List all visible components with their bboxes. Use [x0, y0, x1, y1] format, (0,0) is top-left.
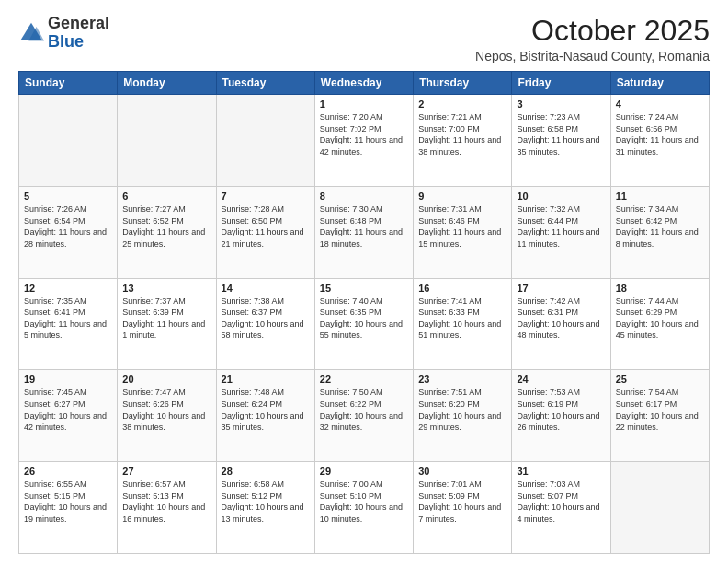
header-monday: Monday [118, 72, 216, 95]
day-number: 19 [24, 373, 112, 385]
day-info: Sunrise: 6:57 AMSunset: 5:13 PMDaylight:… [122, 478, 210, 524]
day-info: Sunrise: 7:47 AMSunset: 6:26 PMDaylight:… [122, 386, 210, 432]
table-row: 10Sunrise: 7:32 AMSunset: 6:44 PMDayligh… [512, 186, 610, 278]
day-number: 16 [418, 282, 506, 293]
table-row: 18Sunrise: 7:44 AMSunset: 6:29 PMDayligh… [610, 278, 709, 370]
day-number: 20 [122, 373, 210, 385]
logo: General Blue [18, 15, 109, 52]
header-wednesday: Wednesday [314, 72, 413, 95]
header-tuesday: Tuesday [216, 72, 314, 95]
day-number: 9 [418, 190, 506, 201]
day-info: Sunrise: 7:34 AMSunset: 6:42 PMDaylight:… [616, 203, 704, 249]
logo-icon [18, 20, 44, 46]
table-row: 15Sunrise: 7:40 AMSunset: 6:35 PMDayligh… [314, 278, 413, 370]
table-row: 22Sunrise: 7:50 AMSunset: 6:22 PMDayligh… [314, 370, 413, 462]
day-number: 12 [24, 282, 112, 293]
day-number: 27 [122, 465, 210, 477]
day-info: Sunrise: 7:01 AMSunset: 5:09 PMDaylight:… [418, 478, 506, 524]
day-info: Sunrise: 6:58 AMSunset: 5:12 PMDaylight:… [222, 478, 310, 524]
logo-general: General [48, 15, 109, 33]
day-number: 10 [517, 190, 605, 201]
table-row: 5Sunrise: 7:26 AMSunset: 6:54 PMDaylight… [19, 186, 118, 278]
day-number: 8 [320, 190, 408, 201]
table-row: 23Sunrise: 7:51 AMSunset: 6:20 PMDayligh… [414, 370, 512, 462]
day-number: 18 [616, 282, 704, 293]
table-row: 1Sunrise: 7:20 AMSunset: 7:02 PMDaylight… [314, 95, 413, 187]
table-row: 11Sunrise: 7:34 AMSunset: 6:42 PMDayligh… [610, 186, 709, 278]
day-number: 30 [418, 465, 506, 477]
logo-text: General Blue [48, 15, 109, 52]
day-header-row: Sunday Monday Tuesday Wednesday Thursday… [19, 72, 710, 95]
day-info: Sunrise: 7:24 AMSunset: 6:56 PMDaylight:… [616, 111, 704, 157]
table-row [118, 95, 216, 187]
day-number: 14 [222, 282, 310, 293]
day-number: 7 [222, 190, 310, 201]
table-row: 28Sunrise: 6:58 AMSunset: 5:12 PMDayligh… [216, 462, 314, 554]
table-row: 14Sunrise: 7:38 AMSunset: 6:37 PMDayligh… [216, 278, 314, 370]
day-number: 17 [517, 282, 605, 293]
header-thursday: Thursday [414, 72, 512, 95]
day-number: 22 [320, 373, 408, 385]
day-number: 21 [222, 373, 310, 385]
table-row: 20Sunrise: 7:47 AMSunset: 6:26 PMDayligh… [118, 370, 216, 462]
day-info: Sunrise: 7:03 AMSunset: 5:07 PMDaylight:… [517, 478, 605, 524]
table-row: 13Sunrise: 7:37 AMSunset: 6:39 PMDayligh… [118, 278, 216, 370]
day-info: Sunrise: 7:32 AMSunset: 6:44 PMDaylight:… [517, 203, 605, 249]
day-number: 11 [616, 190, 704, 201]
table-row: 30Sunrise: 7:01 AMSunset: 5:09 PMDayligh… [414, 462, 512, 554]
day-number: 15 [320, 282, 408, 293]
table-row: 16Sunrise: 7:41 AMSunset: 6:33 PMDayligh… [414, 278, 512, 370]
header-sunday: Sunday [19, 72, 118, 95]
calendar-week-row: 1Sunrise: 7:20 AMSunset: 7:02 PMDaylight… [19, 95, 710, 187]
table-row [216, 95, 314, 187]
day-info: Sunrise: 7:45 AMSunset: 6:27 PMDaylight:… [24, 386, 112, 432]
day-info: Sunrise: 7:21 AMSunset: 7:00 PMDaylight:… [418, 111, 506, 157]
table-row: 19Sunrise: 7:45 AMSunset: 6:27 PMDayligh… [19, 370, 118, 462]
day-number: 29 [320, 465, 408, 477]
day-info: Sunrise: 7:37 AMSunset: 6:39 PMDaylight:… [122, 295, 210, 341]
table-row: 26Sunrise: 6:55 AMSunset: 5:15 PMDayligh… [19, 462, 118, 554]
day-number: 25 [616, 373, 704, 385]
month-title: October 2025 [475, 15, 710, 47]
header-friday: Friday [512, 72, 610, 95]
day-info: Sunrise: 7:35 AMSunset: 6:41 PMDaylight:… [24, 295, 112, 341]
page: General Blue October 2025 Nepos, Bistrit… [0, 0, 728, 563]
day-info: Sunrise: 7:41 AMSunset: 6:33 PMDaylight:… [418, 295, 506, 341]
logo-blue: Blue [48, 33, 109, 52]
day-info: Sunrise: 7:20 AMSunset: 7:02 PMDaylight:… [320, 111, 408, 157]
table-row: 8Sunrise: 7:30 AMSunset: 6:48 PMDaylight… [314, 186, 413, 278]
day-info: Sunrise: 7:00 AMSunset: 5:10 PMDaylight:… [320, 478, 408, 524]
table-row [19, 95, 118, 187]
day-info: Sunrise: 6:55 AMSunset: 5:15 PMDaylight:… [24, 478, 112, 524]
day-number: 26 [24, 465, 112, 477]
day-info: Sunrise: 7:51 AMSunset: 6:20 PMDaylight:… [418, 386, 506, 432]
table-row: 3Sunrise: 7:23 AMSunset: 6:58 PMDaylight… [512, 95, 610, 187]
table-row: 21Sunrise: 7:48 AMSunset: 6:24 PMDayligh… [216, 370, 314, 462]
table-row: 24Sunrise: 7:53 AMSunset: 6:19 PMDayligh… [512, 370, 610, 462]
day-number: 6 [122, 190, 210, 201]
table-row: 4Sunrise: 7:24 AMSunset: 6:56 PMDaylight… [610, 95, 709, 187]
day-number: 1 [320, 98, 408, 109]
day-info: Sunrise: 7:54 AMSunset: 6:17 PMDaylight:… [616, 386, 704, 432]
day-info: Sunrise: 7:50 AMSunset: 6:22 PMDaylight:… [320, 386, 408, 432]
table-row: 25Sunrise: 7:54 AMSunset: 6:17 PMDayligh… [610, 370, 709, 462]
calendar-table: Sunday Monday Tuesday Wednesday Thursday… [18, 71, 710, 554]
day-info: Sunrise: 7:42 AMSunset: 6:31 PMDaylight:… [517, 295, 605, 341]
location-subtitle: Nepos, Bistrita-Nasaud County, Romania [475, 49, 710, 63]
day-info: Sunrise: 7:26 AMSunset: 6:54 PMDaylight:… [24, 203, 112, 249]
calendar-week-row: 26Sunrise: 6:55 AMSunset: 5:15 PMDayligh… [19, 462, 710, 554]
table-row [610, 462, 709, 554]
day-info: Sunrise: 7:23 AMSunset: 6:58 PMDaylight:… [517, 111, 605, 157]
day-info: Sunrise: 7:27 AMSunset: 6:52 PMDaylight:… [122, 203, 210, 249]
calendar-week-row: 19Sunrise: 7:45 AMSunset: 6:27 PMDayligh… [19, 370, 710, 462]
day-info: Sunrise: 7:48 AMSunset: 6:24 PMDaylight:… [222, 386, 310, 432]
header-saturday: Saturday [610, 72, 709, 95]
day-number: 23 [418, 373, 506, 385]
table-row: 12Sunrise: 7:35 AMSunset: 6:41 PMDayligh… [19, 278, 118, 370]
table-row: 2Sunrise: 7:21 AMSunset: 7:00 PMDaylight… [414, 95, 512, 187]
table-row: 9Sunrise: 7:31 AMSunset: 6:46 PMDaylight… [414, 186, 512, 278]
calendar-week-row: 5Sunrise: 7:26 AMSunset: 6:54 PMDaylight… [19, 186, 710, 278]
day-number: 31 [517, 465, 605, 477]
day-number: 13 [122, 282, 210, 293]
day-info: Sunrise: 7:53 AMSunset: 6:19 PMDaylight:… [517, 386, 605, 432]
